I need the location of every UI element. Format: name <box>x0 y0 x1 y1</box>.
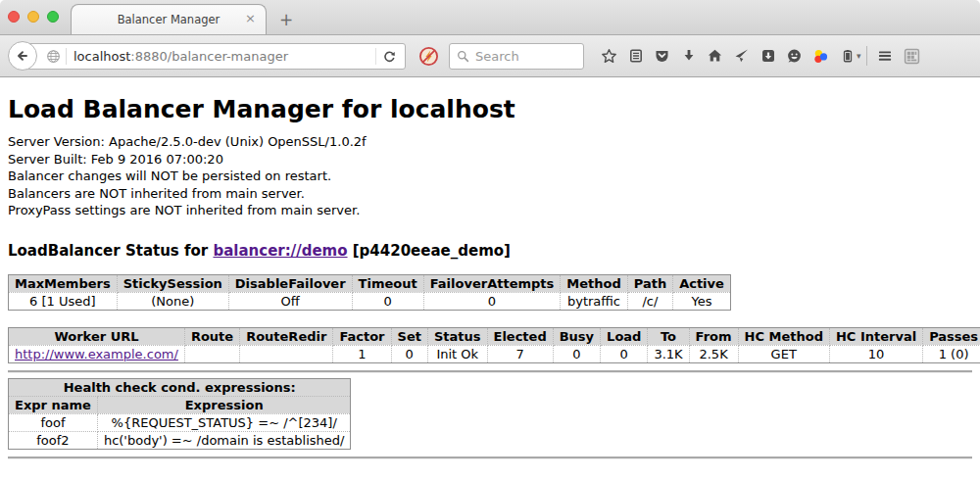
color-dots-extension-icon[interactable] <box>808 41 834 71</box>
col-hc-interval: HC Interval <box>829 327 922 345</box>
col-failoverattempts: FailoverAttempts <box>423 274 561 292</box>
back-button[interactable] <box>8 41 37 71</box>
downloads-button[interactable] <box>675 41 702 71</box>
col-disablefailover: DisableFailover <box>228 274 352 292</box>
minimize-window-button[interactable] <box>27 11 39 23</box>
reading-list-icon[interactable] <box>622 41 649 71</box>
balancers-notice-line: Balancers are NOT inherited from main se… <box>8 185 972 203</box>
cell-factor: 1 <box>333 345 391 362</box>
table-header-row: Expr name Expression <box>9 396 351 413</box>
new-tab-button[interactable]: + <box>267 4 306 34</box>
table-header-row: MaxMembers StickySession DisableFailover… <box>9 274 731 292</box>
send-tab-icon[interactable] <box>728 41 755 71</box>
col-from: From <box>689 327 738 345</box>
cell-set: 0 <box>391 345 427 362</box>
titlebar: Balancer Manager × + <box>0 0 980 35</box>
balancer-summary-table: MaxMembers StickySession DisableFailover… <box>8 274 731 311</box>
flashblock-extension-button[interactable] <box>416 43 441 69</box>
loadbalancer-status-heading: LoadBalancer Status for balancer://demo … <box>8 242 972 260</box>
divider-rule <box>8 370 972 373</box>
tab-close-icon[interactable]: × <box>245 12 256 24</box>
cell-active: Yes <box>673 292 731 310</box>
col-hc-method: HC Method <box>738 327 829 345</box>
cell-expr-name: foof <box>9 413 98 431</box>
reload-button[interactable] <box>375 48 399 65</box>
col-stickysession: StickySession <box>117 274 228 292</box>
col-worker-url: Worker URL <box>9 327 185 345</box>
toolbar-icons: ▾ <box>596 41 925 71</box>
cell-expr-name: foof2 <box>9 431 98 449</box>
col-elected: Elected <box>487 327 553 345</box>
worker-table: Worker URL Route RouteRedir Factor Set S… <box>8 327 980 363</box>
balancer-demo-link[interactable]: balancer://demo <box>213 242 347 260</box>
col-expression: Expression <box>97 396 351 413</box>
cell-failoverattempts: 0 <box>423 292 561 310</box>
search-placeholder: Search <box>475 49 519 64</box>
cell-maxmembers: 6 [1 Used] <box>9 292 118 310</box>
worker-url-link[interactable]: http://www.example.com/ <box>15 347 178 361</box>
search-bar[interactable]: Search <box>449 43 584 70</box>
tiles-extension-icon[interactable] <box>899 41 925 71</box>
cell-load: 0 <box>601 345 648 362</box>
url-path: :8880/balancer-manager <box>130 49 288 64</box>
cell-routeredir <box>240 345 333 362</box>
close-window-button[interactable] <box>8 11 20 23</box>
url-host: localhost <box>74 49 130 64</box>
col-status: Status <box>427 327 487 345</box>
url-text[interactable]: localhost:8880/balancer-manager <box>74 49 375 64</box>
cell-worker-url: http://www.example.com/ <box>9 345 185 362</box>
menu-button[interactable] <box>872 41 899 71</box>
tab-balancer-manager[interactable]: Balancer Manager × <box>71 4 267 34</box>
cell-expression: %{REQUEST_STATUS} =~ /^[234]/ <box>97 413 351 431</box>
urlbar-divider <box>66 48 67 65</box>
window-controls <box>8 11 59 23</box>
col-load: Load <box>601 327 648 345</box>
col-factor: Factor <box>333 327 391 345</box>
cell-disablefailover: Off <box>228 292 352 310</box>
bookmark-star-button[interactable] <box>596 41 622 71</box>
col-to: To <box>648 327 689 345</box>
cell-busy: 0 <box>553 345 600 362</box>
hc-table-title: Health check cond. expressions: <box>9 378 351 396</box>
cell-timeout: 0 <box>352 292 423 310</box>
health-check-expressions-table: Health check cond. expressions: Expr nam… <box>8 378 351 450</box>
cell-expression: hc('body') =~ /domain is established/ <box>97 431 351 449</box>
status-heading-suffix: [p4420eeae_demo] <box>348 242 511 260</box>
pocket-button[interactable] <box>649 41 675 71</box>
col-route: Route <box>184 327 239 345</box>
col-passes: Passes <box>923 327 980 345</box>
browser-window: Balancer Manager × + localhost:8880/bala… <box>0 0 980 481</box>
persist-notice-line: Balancer changes will NOT be persisted o… <box>8 168 972 185</box>
col-maxmembers: MaxMembers <box>9 274 118 292</box>
page-content: Load Balancer Manager for localhost Serv… <box>0 77 980 480</box>
save-video-extension-icon[interactable] <box>755 41 781 71</box>
tab-strip: Balancer Manager × + <box>71 4 306 34</box>
overflow-caret-icon[interactable]: ▾ <box>857 51 861 61</box>
navigation-toolbar: localhost:8880/balancer-manager Search <box>0 35 980 77</box>
home-button[interactable] <box>702 41 728 71</box>
server-version-line: Server Version: Apache/2.5.0-dev (Unix) … <box>8 133 972 151</box>
proxypass-notice-line: ProxyPass settings are NOT inherited fro… <box>8 202 972 219</box>
cell-status: Init Ok <box>427 345 487 362</box>
expr-row: foof %{REQUEST_STATUS} =~ /^[234]/ <box>9 413 351 431</box>
table-header-row: Worker URL Route RouteRedir Factor Set S… <box>9 327 980 345</box>
toolbar-separator <box>866 46 867 66</box>
cell-hc-interval: 10 <box>829 345 922 362</box>
page-title: Load Balancer Manager for localhost <box>8 95 972 123</box>
table-row: 6 [1 Used] (None) Off 0 0 bytraffic /c/ … <box>9 292 731 310</box>
cell-hc-method: GET <box>738 345 829 362</box>
cell-passes: 1 (0) <box>923 345 980 362</box>
site-identity-globe-icon[interactable] <box>46 49 61 64</box>
cell-elected: 7 <box>487 345 553 362</box>
worker-row: http://www.example.com/ 1 0 Init Ok 7 0 … <box>9 345 980 362</box>
cell-method: bytraffic <box>561 292 627 310</box>
cell-to: 3.1K <box>648 345 689 362</box>
cell-route <box>184 345 239 362</box>
feedback-smiley-icon[interactable] <box>781 41 808 71</box>
cell-path: /c/ <box>627 292 672 310</box>
col-set: Set <box>391 327 427 345</box>
zoom-window-button[interactable] <box>47 11 59 23</box>
col-method: Method <box>561 274 627 292</box>
url-bar[interactable]: localhost:8880/balancer-manager <box>22 43 406 70</box>
col-timeout: Timeout <box>352 274 423 292</box>
